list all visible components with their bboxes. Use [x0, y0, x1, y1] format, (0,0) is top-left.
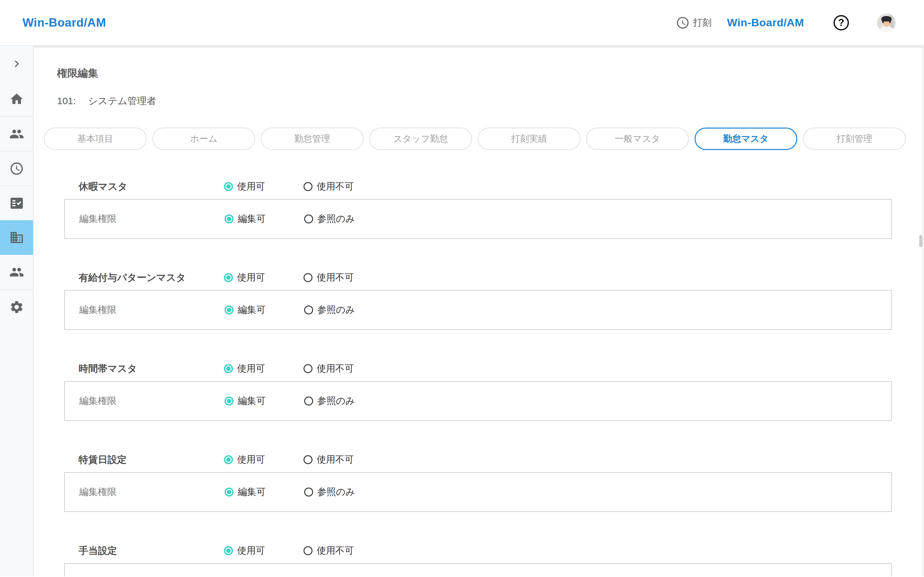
gear-icon	[9, 300, 24, 314]
sidebar	[0, 46, 34, 576]
radio-option-not-usable[interactable]: 使用不可	[304, 271, 354, 284]
radio-option-label: 編集可	[238, 395, 266, 408]
main-area: 権限編集 101:システム管理者 基本項目 ホーム 勤怠管理 スタッフ勤怠 打刻…	[0, 46, 924, 576]
avatar[interactable]	[877, 13, 896, 32]
sidebar-item-home[interactable]	[0, 82, 33, 116]
edit-permission-label: 編集権限	[79, 486, 225, 498]
radio-selected-icon	[225, 214, 234, 223]
radio-option-label: 参照のみ	[317, 303, 355, 316]
punch-clock-button[interactable]: 打刻	[676, 16, 712, 30]
radio-selected-icon	[225, 396, 234, 406]
edit-permission-label: 編集権限	[79, 213, 225, 226]
tab-basic-items[interactable]: 基本項目	[44, 127, 147, 150]
radio-unselected-icon	[304, 455, 312, 464]
radio-option-label: 使用不可	[317, 180, 354, 193]
people-icon	[9, 265, 24, 279]
sidebar-item-company-master[interactable]	[0, 220, 33, 255]
section-title: 特賃日設定	[79, 453, 224, 466]
radio-unselected-icon	[304, 182, 312, 191]
role-code: 101:	[57, 95, 76, 106]
help-icon[interactable]: ?	[834, 15, 849, 31]
radio-selected-icon	[225, 488, 234, 496]
edit-permission-label: 編集権限	[79, 303, 225, 316]
edit-permission-box: 編集権限 編集可 参照のみ	[64, 472, 892, 512]
sidebar-item-staff[interactable]	[0, 116, 33, 151]
sidebar-collapse-button[interactable]	[0, 46, 33, 82]
radio-option-label: 使用可	[237, 453, 265, 466]
content-wrapper: 権限編集 101:システム管理者 基本項目 ホーム 勤怠管理 スタッフ勤怠 打刻…	[34, 46, 924, 576]
section-usage-row: 特賃日設定 使用可 使用不可	[79, 452, 892, 467]
radio-option-usable[interactable]: 使用可	[224, 453, 304, 466]
radio-option-label: 参照のみ	[317, 395, 355, 408]
radio-unselected-icon	[304, 364, 312, 373]
avatar-cap	[881, 16, 892, 21]
staff-icon	[9, 127, 24, 141]
brand-title[interactable]: Win-Board/AM	[727, 16, 804, 29]
app-logo[interactable]: Win-Board/AM	[23, 16, 106, 29]
section-title: 有給付与パターンマスタ	[79, 271, 224, 284]
section-paid-leave-pattern-master: 有給付与パターンマスタ 使用可 使用不可 編集権限	[64, 270, 892, 330]
header-actions: 打刻 Win-Board/AM ?	[676, 13, 896, 32]
content-card: 権限編集 101:システム管理者 基本項目 ホーム 勤怠管理 スタッフ勤怠 打刻…	[34, 46, 923, 576]
radio-option-view-only[interactable]: 参照のみ	[304, 486, 355, 498]
tab-staff-attendance[interactable]: スタッフ勤怠	[369, 127, 472, 150]
radio-option-usable[interactable]: 使用可	[224, 544, 304, 557]
section-usage-row: 休暇マスタ 使用可 使用不可	[79, 179, 892, 194]
punch-label: 打刻	[693, 16, 712, 29]
tab-punch-management[interactable]: 打刻管理	[803, 127, 906, 150]
radio-selected-icon	[224, 364, 233, 373]
radio-option-view-only[interactable]: 参照のみ	[304, 395, 355, 408]
chevron-right-icon	[10, 57, 23, 71]
radio-option-label: 使用可	[237, 544, 265, 557]
building-icon	[9, 230, 24, 245]
radio-option-label: 使用不可	[317, 271, 354, 284]
radio-selected-icon	[224, 273, 233, 282]
radio-option-label: 編集可	[238, 303, 266, 316]
radio-selected-icon	[225, 306, 234, 314]
page-title: 権限編集	[57, 66, 923, 81]
radio-option-usable[interactable]: 使用可	[224, 271, 304, 284]
radio-unselected-icon	[304, 214, 313, 223]
home-icon	[9, 92, 24, 106]
radio-option-view-only[interactable]: 参照のみ	[304, 213, 355, 226]
section-title: 手当設定	[79, 544, 224, 558]
section-title: 時間帯マスタ	[79, 362, 224, 376]
radio-option-label: 使用可	[237, 362, 265, 375]
permission-sections: 休暇マスタ 使用可 使用不可 編集権限	[64, 179, 892, 576]
radio-option-not-usable[interactable]: 使用不可	[304, 180, 354, 193]
edit-permission-box: 編集権限 編集可 参照のみ	[64, 290, 892, 330]
radio-option-editable[interactable]: 編集可	[225, 486, 304, 498]
tab-attendance-management[interactable]: 勤怠管理	[261, 127, 363, 150]
app-header: Win-Board/AM 打刻 Win-Board/AM ?	[0, 0, 924, 46]
role-name: システム管理者	[88, 95, 156, 106]
radio-option-editable[interactable]: 編集可	[225, 213, 304, 226]
radio-option-not-usable[interactable]: 使用不可	[304, 362, 354, 375]
clock-icon	[676, 16, 690, 30]
radio-option-not-usable[interactable]: 使用不可	[304, 544, 354, 557]
tab-punch-records[interactable]: 打刻実績	[478, 127, 580, 150]
edit-permission-box: 編集権限 編集可 参照のみ	[64, 563, 892, 576]
tab-attendance-master[interactable]: 勤怠マスタ	[695, 127, 797, 150]
radio-option-not-usable[interactable]: 使用不可	[304, 453, 354, 466]
sidebar-item-settings[interactable]	[0, 290, 33, 324]
role-subtitle: 101:システム管理者	[57, 95, 923, 108]
sidebar-item-records[interactable]	[0, 185, 33, 220]
edit-permission-box: 編集権限 編集可 参照のみ	[64, 381, 892, 421]
radio-unselected-icon	[304, 396, 313, 406]
sidebar-item-users[interactable]	[0, 255, 33, 290]
radio-unselected-icon	[304, 306, 313, 314]
avatar-shirt	[879, 26, 893, 32]
scrollbar-thumb[interactable]	[919, 235, 922, 247]
radio-selected-icon	[224, 182, 233, 191]
radio-option-label: 使用不可	[317, 453, 354, 466]
radio-option-usable[interactable]: 使用可	[224, 180, 304, 193]
edit-permission-label: 編集権限	[79, 395, 225, 408]
radio-option-editable[interactable]: 編集可	[225, 395, 304, 408]
radio-option-editable[interactable]: 編集可	[225, 303, 304, 316]
tab-general-master[interactable]: 一般マスタ	[586, 127, 689, 150]
radio-option-view-only[interactable]: 参照のみ	[304, 303, 355, 316]
tab-home[interactable]: ホーム	[152, 127, 255, 150]
fact-check-icon	[9, 196, 24, 211]
sidebar-item-attendance[interactable]	[0, 151, 33, 185]
radio-option-usable[interactable]: 使用可	[224, 362, 304, 375]
